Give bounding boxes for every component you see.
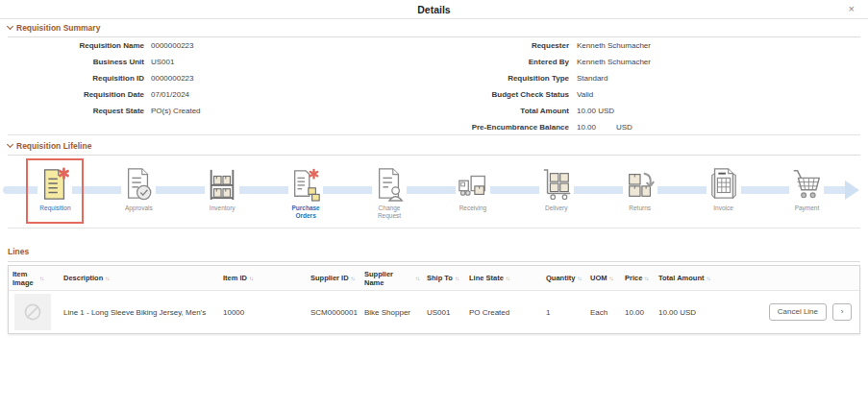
field-label: Request State [0,104,144,119]
sort-icon[interactable]: ↑↓ [506,276,509,281]
stage-label: Delivery [545,204,567,212]
column-header-item-image[interactable]: Item Image ↑↓ [9,270,60,287]
cell-price: 10.00 [621,308,655,317]
lifeline-stage-receiving[interactable]: Receiving [431,160,514,221]
column-header-supplier-id[interactable]: Supplier ID↑↓ [307,274,360,282]
cell-description: Line 1 - Long Sleeve Biking Jersey, Men'… [60,308,219,317]
requisition-lifeline-header[interactable]: Requisition Lifeline [8,141,860,156]
cell-quantity: 1 [542,308,586,317]
sort-icon[interactable]: ↑↓ [609,276,613,281]
row-detail-chevron-button[interactable]: › [832,303,852,321]
lines-table-header: Item Image ↑↓ Description↑↓ Item ID↑↓ Su… [9,266,859,291]
field-value: Valid [577,87,593,103]
pre-encumbrance-balance-link[interactable]: 10.00 [577,120,596,135]
section-divider [8,228,860,229]
lifeline-stage-requisition[interactable]: Requisition [13,160,97,221]
sort-icon[interactable]: ↑↓ [39,276,43,281]
lifeline-stage-approvals[interactable]: Approvals [97,160,181,221]
column-header-description[interactable]: Description↑↓ [60,274,219,282]
no-image-placeholder-icon [20,300,45,325]
change-request-icon [372,165,407,204]
modal-header: Details × [0,0,868,19]
column-header-line-state[interactable]: Line State↑↓ [465,274,542,282]
stage-label: Change Request [368,204,410,221]
cancel-line-button[interactable]: Cancel Line [769,303,827,321]
sort-icon[interactable]: ↑↓ [644,276,648,281]
field-label: Business Unit [0,55,144,70]
cell-ship-to: US001 [423,308,465,317]
page-title: Details [0,4,868,15]
section-divider [8,134,860,135]
column-header-total-amount[interactable]: Total Amount↑↓ [655,274,732,282]
lifeline-stage-invoice[interactable]: Invoice [682,160,765,221]
currency-suffix: USD [616,120,632,135]
section-title: Requisition Lifeline [16,141,91,151]
field-label: Requisition ID [0,71,144,86]
close-icon[interactable]: × [849,3,855,14]
inventory-shelf-icon [205,165,239,204]
sort-icon[interactable]: ↑↓ [249,276,253,281]
stage-label: Payment [795,204,820,212]
cell-line-state: PO Created [465,308,542,317]
stage-label: Purchase Orders [285,204,327,221]
sort-icon[interactable]: ↑↓ [455,276,459,281]
field-label: Requisition Name [0,38,144,54]
lifeline-stage-returns[interactable]: Returns [598,160,682,221]
sort-icon[interactable]: ↑↓ [415,276,419,281]
column-header-price[interactable]: Price↑↓ [621,274,655,282]
stage-label: Returns [629,204,651,212]
lifeline-stage-purchase-orders[interactable]: Purchase Orders [264,160,348,221]
stage-label: Inventory [210,204,236,212]
requisition-summary-header[interactable]: Requisition Summary [8,23,860,37]
item-image-thumbnail [14,294,51,330]
stage-label: Requisition [39,204,70,212]
lifeline-stage-payment[interactable]: Payment [765,160,849,221]
column-header-quantity[interactable]: Quantity↑↓ [542,274,586,282]
field-value: Standard [577,71,608,86]
requisition-document-icon [37,165,72,204]
lifeline-stage-delivery[interactable]: Delivery [514,160,598,221]
column-header-uom[interactable]: UOM↑↓ [586,274,621,282]
field-label: Pre-Encumbrance Balance [404,120,569,135]
section-title: Lines [8,247,29,256]
field-value: PO(s) Created [151,104,201,119]
field-value: 0000000223 [151,38,194,54]
sort-icon[interactable]: ↑↓ [707,276,710,281]
lines-section-header: Lines [8,247,860,262]
lifeline-stage-change-request[interactable]: Change Request [348,160,432,221]
field-label: Entered By [404,55,569,70]
field-label: Budget Check Status [404,87,569,103]
column-header-supplier-name[interactable]: Supplier Name↑↓ [360,270,423,287]
field-value: Kenneth Schumacher [577,55,651,70]
stage-label: Approvals [125,204,153,212]
field-label: Requester [404,38,569,54]
sort-icon[interactable]: ↑↓ [105,276,109,281]
cell-supplier-id: SCM0000001 [307,308,360,317]
field-value: 0000000223 [151,71,194,86]
approvals-check-icon [121,165,156,204]
column-header-item-id[interactable]: Item ID↑↓ [219,274,307,282]
field-value: US001 [151,55,174,70]
sort-icon[interactable]: ↑↓ [577,276,581,281]
purchase-orders-icon [288,165,323,204]
field-label: Requisition Type [404,71,569,86]
invoice-receipt-icon [707,165,741,204]
stage-label: Receiving [459,204,487,212]
column-header-ship-to[interactable]: Ship To↑↓ [423,274,465,282]
table-row: Line 1 - Long Sleeve Biking Jersey, Men'… [9,291,859,333]
cell-item-id: 10000 [219,308,307,317]
field-value: Kenneth Schumacher [577,38,651,54]
field-value: 07/01/2024 [151,87,189,103]
receiving-truck-icon [456,165,490,204]
sort-icon[interactable]: ↑↓ [351,276,355,281]
field-value: 10.00 USD [577,104,614,119]
lifeline-stages: Requisition Approvals Inven [13,160,849,221]
chevron-down-icon [7,141,13,148]
cell-supplier-name: Bike Shopper [360,308,423,317]
returns-boxes-icon [623,165,657,204]
payment-cart-icon [789,165,824,204]
field-label: Total Amount [404,104,569,119]
lines-table: Item Image ↑↓ Description↑↓ Item ID↑↓ Su… [8,265,860,334]
cell-uom: Each [586,308,621,317]
lifeline-stage-inventory[interactable]: Inventory [181,160,264,221]
